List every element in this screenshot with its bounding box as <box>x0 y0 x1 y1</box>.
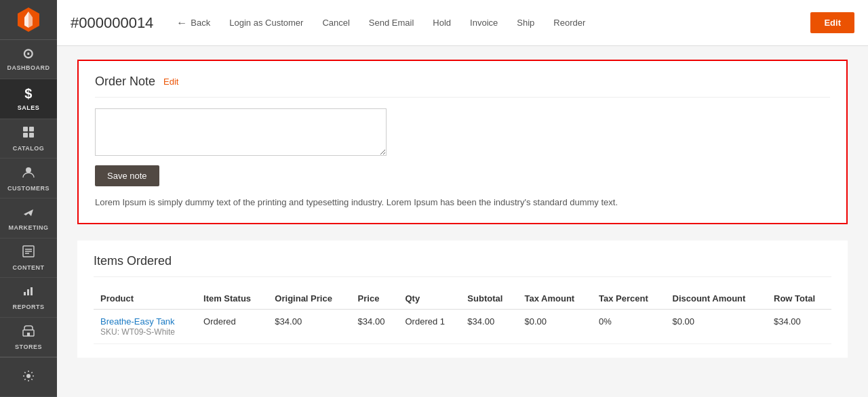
order-note-card: Order Note Edit Save note Lorem Ipsum is… <box>77 60 848 224</box>
items-ordered-title: Items Ordered <box>94 254 831 277</box>
col-product: Product <box>94 288 197 310</box>
hold-button[interactable]: Hold <box>423 12 460 33</box>
sidebar-label-catalog: CATALOG <box>13 145 45 152</box>
dashboard-icon: ⊙ <box>22 47 35 60</box>
invoice-button[interactable]: Invoice <box>460 12 507 33</box>
ship-button[interactable]: Ship <box>507 12 544 33</box>
svg-rect-3 <box>23 127 28 131</box>
customers-icon <box>22 165 35 181</box>
svg-point-17 <box>26 374 31 378</box>
sidebar-item-reports[interactable]: REPORTS <box>0 278 57 318</box>
sidebar-item-stores[interactable]: STORES <box>0 318 57 358</box>
cell-product: Breathe-Easy Tank SKU: WT09-S-White <box>94 309 197 343</box>
sidebar-label-content: CONTENT <box>13 264 45 271</box>
reports-icon <box>22 284 35 299</box>
col-discount-amount: Discount Amount <box>666 288 768 310</box>
catalog-icon <box>22 125 35 141</box>
sidebar-item-system[interactable] <box>0 357 57 397</box>
sidebar-item-sales[interactable]: $ SALES <box>0 79 57 119</box>
items-table: Product Item Status Original Price Price… <box>94 288 831 344</box>
edit-button[interactable]: Edit <box>810 12 854 33</box>
sidebar-label-marketing: MARKETING <box>9 224 49 231</box>
cell-price: $34.00 <box>351 309 399 343</box>
sidebar-logo <box>0 0 57 40</box>
cell-discount-amount: $0.00 <box>666 309 768 343</box>
items-ordered-section: Items Ordered Product Item Status Origin… <box>77 241 848 358</box>
send-email-button[interactable]: Send Email <box>359 12 423 33</box>
save-note-button[interactable]: Save note <box>95 165 159 186</box>
product-sku: SKU: WT09-S-White <box>100 327 175 337</box>
sidebar-item-dashboard[interactable]: ⊙ DASHBOARD <box>0 40 57 80</box>
order-note-textarea[interactable] <box>95 108 387 156</box>
sales-icon: $ <box>24 87 33 100</box>
order-note-title: Order Note <box>95 75 155 89</box>
main-content: #000000014 ← Back Login as Customer Canc… <box>57 0 868 397</box>
cancel-button[interactable]: Cancel <box>313 12 359 33</box>
cell-qty: Ordered 1 <box>399 309 461 343</box>
col-item-status: Item Status <box>197 288 268 310</box>
svg-rect-4 <box>29 127 34 131</box>
sidebar: ⊙ DASHBOARD $ SALES CATALOG CUSTOMERS MA… <box>0 0 57 397</box>
svg-rect-12 <box>24 292 26 295</box>
order-note-lorem-text: Lorem Ipsum is simply dummy text of the … <box>95 196 830 209</box>
col-price: Price <box>351 288 399 310</box>
svg-rect-5 <box>23 133 28 138</box>
cell-subtotal: $34.00 <box>460 309 517 343</box>
order-id: #000000014 <box>71 14 153 32</box>
cell-original-price: $34.00 <box>268 309 351 343</box>
sidebar-item-marketing[interactable]: MARKETING <box>0 198 57 238</box>
items-table-body: Breathe-Easy Tank SKU: WT09-S-White Orde… <box>94 309 831 343</box>
magento-logo-icon <box>15 6 42 33</box>
reorder-button[interactable]: Reorder <box>544 12 595 33</box>
sidebar-item-customers[interactable]: CUSTOMERS <box>0 159 57 198</box>
system-icon <box>22 369 35 385</box>
stores-icon <box>22 324 35 339</box>
sidebar-label-reports: REPORTS <box>12 304 44 310</box>
sidebar-label-dashboard: DASHBOARD <box>7 64 50 71</box>
items-table-head: Product Item Status Original Price Price… <box>94 288 831 310</box>
col-tax-percent: Tax Percent <box>592 288 665 310</box>
svg-rect-14 <box>31 287 33 295</box>
cell-tax-percent: 0% <box>592 309 665 343</box>
col-qty: Qty <box>399 288 461 310</box>
items-table-header-row: Product Item Status Original Price Price… <box>94 288 831 310</box>
back-arrow-icon: ← <box>176 17 187 29</box>
cell-item-status: Ordered <box>197 309 268 343</box>
col-subtotal: Subtotal <box>460 288 517 310</box>
col-tax-amount: Tax Amount <box>518 288 593 310</box>
page-body: Order Note Edit Save note Lorem Ipsum is… <box>57 46 868 397</box>
sidebar-label-customers: CUSTOMERS <box>7 185 50 192</box>
order-note-edit-link[interactable]: Edit <box>163 77 178 87</box>
sidebar-label-sales: SALES <box>18 104 40 111</box>
marketing-icon <box>22 205 35 220</box>
svg-point-7 <box>26 167 31 173</box>
table-row: Breathe-Easy Tank SKU: WT09-S-White Orde… <box>94 309 831 343</box>
product-name-link[interactable]: Breathe-Easy Tank <box>100 316 175 327</box>
back-button[interactable]: ← Back <box>167 12 220 35</box>
svg-rect-6 <box>29 133 34 138</box>
sidebar-item-content[interactable]: CONTENT <box>0 238 57 278</box>
col-original-price: Original Price <box>268 288 351 310</box>
col-row-total: Row Total <box>767 288 831 310</box>
sidebar-label-stores: STORES <box>15 343 42 350</box>
order-note-header: Order Note Edit <box>95 75 830 98</box>
cell-row-total: $34.00 <box>767 309 831 343</box>
sidebar-item-catalog[interactable]: CATALOG <box>0 119 57 159</box>
svg-rect-16 <box>27 333 30 336</box>
cell-tax-amount: $0.00 <box>518 309 593 343</box>
svg-rect-13 <box>27 289 29 295</box>
content-icon <box>22 245 35 260</box>
topbar: #000000014 ← Back Login as Customer Canc… <box>57 0 868 46</box>
login-as-customer-button[interactable]: Login as Customer <box>220 12 313 33</box>
